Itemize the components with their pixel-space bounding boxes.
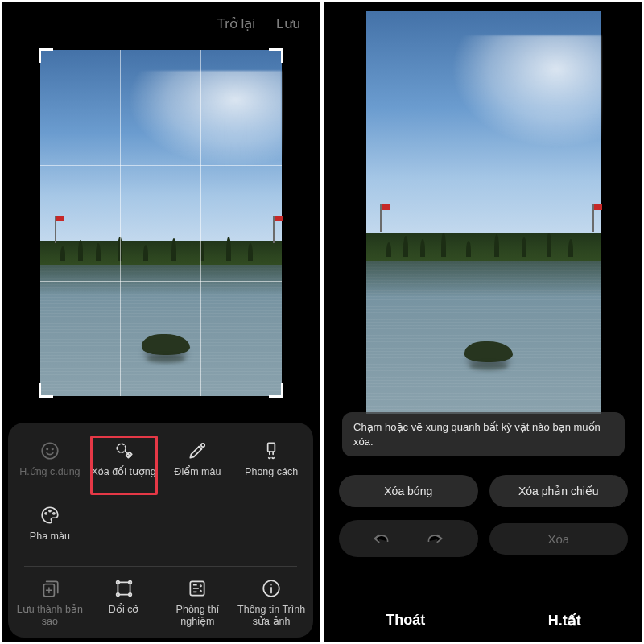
tool-label: Xóa đối tượng — [91, 466, 155, 489]
exit-button[interactable]: Thoát — [386, 612, 425, 630]
erase-option-row: Xóa bóng Xóa phản chiếu — [339, 475, 628, 507]
util-label: Đổi cỡ — [109, 604, 139, 616]
undo-redo-group — [339, 520, 478, 557]
undo-icon[interactable] — [371, 528, 392, 549]
svg-point-17 — [200, 591, 201, 592]
util-resize[interactable]: Đổi cỡ — [87, 573, 161, 628]
labs-icon — [187, 578, 208, 599]
tool-label: Điểm màu — [174, 466, 221, 489]
svg-point-19 — [270, 584, 272, 586]
editor-screen-tools: Trở lại Lưu — [2, 2, 320, 642]
svg-point-4 — [201, 444, 204, 447]
photo-preview — [366, 11, 601, 414]
save-copy-icon — [39, 578, 60, 599]
info-icon — [261, 578, 282, 599]
face-icon — [39, 440, 60, 461]
svg-point-2 — [52, 448, 52, 449]
instruction-hint: Chạm hoặc vẽ xung quanh bất kỳ vật nào b… — [342, 412, 625, 456]
tool-label: Phong cách — [245, 466, 298, 489]
svg-point-16 — [200, 585, 201, 586]
editor-screen-erase: Chạm hoặc vẽ xung quanh bất kỳ vật nào b… — [324, 2, 642, 642]
erase-reflections-button[interactable]: Xóa phản chiếu — [489, 475, 629, 507]
back-button[interactable]: Trở lại — [217, 15, 255, 32]
util-label: Thông tin Trình sửa ảnh — [234, 604, 308, 628]
svg-point-8 — [53, 513, 55, 514]
top-actions: Trở lại Lưu — [2, 2, 320, 45]
util-label: Lưu thành bản sao — [13, 604, 87, 628]
photo-crop-area[interactable] — [40, 50, 282, 396]
svg-point-7 — [49, 510, 51, 512]
erase-shadows-button[interactable]: Xóa bóng — [339, 475, 478, 507]
resize-icon — [114, 578, 134, 599]
tool-style[interactable]: Phong cách — [234, 434, 308, 498]
photo-erase-area[interactable] — [366, 11, 601, 414]
tool-sheet: H.ứng c.dung Xóa đối tượng Điểm màu Phon… — [8, 423, 313, 638]
svg-point-1 — [47, 448, 47, 449]
util-save-copy[interactable]: Lưu thành bản sao — [13, 573, 87, 628]
redo-icon[interactable] — [424, 528, 445, 549]
tool-portrait-effect[interactable]: H.ứng c.dung — [13, 434, 87, 498]
eyedropper-icon — [187, 440, 208, 461]
svg-rect-5 — [268, 443, 275, 452]
svg-point-6 — [45, 513, 47, 514]
tool-object-eraser[interactable]: Xóa đối tượng — [87, 434, 161, 498]
tool-label: Pha màu — [30, 530, 70, 553]
done-button[interactable]: H.tất — [548, 612, 581, 630]
undo-redo-row: Xóa — [339, 520, 628, 557]
palette-icon — [39, 505, 60, 526]
erase-apply-button[interactable]: Xóa — [489, 523, 629, 555]
svg-rect-10 — [118, 582, 130, 594]
bottom-actions: Thoát H.tất — [324, 612, 642, 630]
svg-point-3 — [117, 444, 126, 452]
tool-label: H.ứng c.dung — [19, 466, 80, 489]
save-button[interactable]: Lưu — [276, 15, 300, 32]
photo-preview — [40, 50, 282, 396]
tool-color-mix[interactable]: Pha màu — [13, 498, 87, 563]
util-about-editor[interactable]: Thông tin Trình sửa ảnh — [234, 573, 308, 628]
sheet-divider — [24, 566, 297, 567]
tool-spot-color[interactable]: Điểm màu — [161, 434, 235, 498]
brush-icon — [261, 440, 282, 461]
eraser-icon — [114, 440, 134, 461]
util-label: Phòng thí nghiệm — [161, 604, 235, 628]
util-labs[interactable]: Phòng thí nghiệm — [161, 573, 235, 628]
svg-point-0 — [42, 443, 58, 459]
